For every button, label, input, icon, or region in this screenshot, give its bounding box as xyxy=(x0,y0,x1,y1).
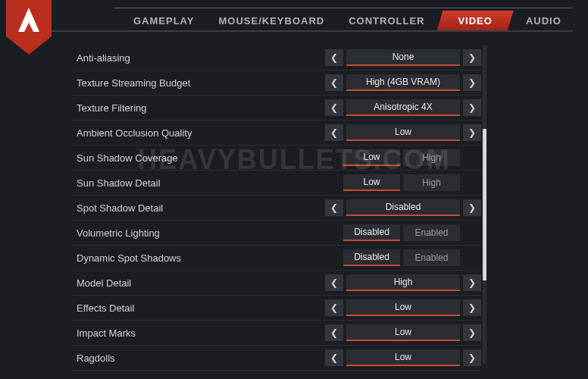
prev-arrow-icon[interactable]: ❮ xyxy=(325,199,343,216)
next-arrow-icon[interactable]: ❯ xyxy=(463,324,481,341)
prev-arrow-icon[interactable]: ❮ xyxy=(325,74,343,91)
row-sun-shadow-coverage: Sun Shadow Coverage Low High xyxy=(72,146,481,171)
label-effects-detail: Effects Detail xyxy=(77,302,325,314)
scrollbar-thumb[interactable] xyxy=(483,129,486,280)
next-arrow-icon[interactable]: ❯ xyxy=(463,49,481,66)
value-spot-shadow-detail[interactable]: Disabled xyxy=(346,199,460,216)
option-enabled[interactable]: Enabled xyxy=(403,224,460,241)
next-arrow-icon[interactable]: ❯ xyxy=(463,199,481,216)
row-anti-aliasing: Anti-aliasing ❮ None ❯ xyxy=(72,45,481,70)
option-high[interactable]: High xyxy=(403,149,460,166)
row-sun-shadow-detail: Sun Shadow Detail Low High xyxy=(72,171,481,196)
label-impact-marks: Impact Marks xyxy=(77,327,325,339)
game-logo xyxy=(6,0,52,55)
row-dynamic-spot-shadows: Dynamic Spot Shadows Disabled Enabled xyxy=(72,246,481,271)
next-arrow-icon[interactable]: ❯ xyxy=(463,74,481,91)
prev-arrow-icon[interactable]: ❮ xyxy=(325,299,343,316)
label-ambient-occlusion: Ambient Occlusion Quality xyxy=(77,127,325,139)
tab-controller[interactable]: CONTROLLER xyxy=(336,11,436,31)
row-texture-streaming: Texture Streaming Budget ❮ High (4GB VRA… xyxy=(72,70,481,96)
value-texture-filtering[interactable]: Anisotropic 4X xyxy=(346,99,460,116)
prev-arrow-icon[interactable]: ❮ xyxy=(325,324,343,341)
label-texture-streaming: Texture Streaming Budget xyxy=(77,77,325,89)
value-impact-marks[interactable]: Low xyxy=(346,324,460,341)
option-enabled[interactable]: Enabled xyxy=(403,249,460,266)
value-anti-aliasing[interactable]: None xyxy=(346,49,460,66)
top-nav: GAMEPLAY MOUSE/KEYBOARD CONTROLLER VIDEO… xyxy=(0,9,588,32)
option-low[interactable]: Low xyxy=(343,149,400,166)
prev-arrow-icon[interactable]: ❮ xyxy=(325,349,343,366)
row-volumetric-lighting: Volumetric Lighting Disabled Enabled xyxy=(72,221,481,246)
next-arrow-icon[interactable]: ❯ xyxy=(463,299,481,316)
value-effects-detail[interactable]: Low xyxy=(346,299,460,316)
option-high[interactable]: High xyxy=(403,174,460,191)
prev-arrow-icon[interactable]: ❮ xyxy=(325,49,343,66)
label-dynamic-spot-shadows: Dynamic Spot Shadows xyxy=(77,252,343,264)
tab-mouse-keyboard[interactable]: MOUSE/KEYBOARD xyxy=(206,11,336,31)
row-ambient-occlusion: Ambient Occlusion Quality ❮ Low ❯ xyxy=(72,121,481,146)
label-volumetric-lighting: Volumetric Lighting xyxy=(77,227,343,239)
next-arrow-icon[interactable]: ❯ xyxy=(463,99,481,116)
option-low[interactable]: Low xyxy=(343,174,400,191)
scrollbar[interactable] xyxy=(483,45,486,364)
option-disabled[interactable]: Disabled xyxy=(343,224,400,241)
row-spot-shadow-detail: Spot Shadow Detail ❮ Disabled ❯ xyxy=(72,196,481,221)
settings-list: Anti-aliasing ❮ None ❯ Texture Streaming… xyxy=(72,45,481,379)
tab-gameplay[interactable]: GAMEPLAY xyxy=(121,11,206,31)
row-model-detail: Model Detail ❮ High ❯ xyxy=(72,271,481,296)
label-sun-shadow-coverage: Sun Shadow Coverage xyxy=(77,152,343,164)
label-model-detail: Model Detail xyxy=(77,277,325,289)
row-impact-marks: Impact Marks ❮ Low ❯ xyxy=(72,321,481,346)
label-spot-shadow-detail: Spot Shadow Detail xyxy=(77,202,325,214)
prev-arrow-icon[interactable]: ❮ xyxy=(325,124,343,141)
row-texture-filtering: Texture Filtering ❮ Anisotropic 4X ❯ xyxy=(72,96,481,121)
label-anti-aliasing: Anti-aliasing xyxy=(77,52,325,64)
next-arrow-icon[interactable]: ❯ xyxy=(463,124,481,141)
label-sun-shadow-detail: Sun Shadow Detail xyxy=(77,177,343,189)
value-ambient-occlusion[interactable]: Low xyxy=(346,124,460,141)
label-texture-filtering: Texture Filtering xyxy=(77,102,325,114)
next-arrow-icon[interactable]: ❯ xyxy=(463,274,481,291)
row-ragdolls: Ragdolls ❮ Low ❯ xyxy=(72,346,481,371)
prev-arrow-icon[interactable]: ❮ xyxy=(325,274,343,291)
option-disabled[interactable]: Disabled xyxy=(343,249,400,266)
tab-video[interactable]: VIDEO xyxy=(436,11,513,31)
value-texture-streaming[interactable]: High (4GB VRAM) xyxy=(346,74,460,91)
tab-divider-bottom xyxy=(45,30,573,32)
tab-audio[interactable]: AUDIO xyxy=(514,11,574,31)
label-ragdolls: Ragdolls xyxy=(77,352,325,364)
value-ragdolls[interactable]: Low xyxy=(346,349,460,366)
tab-divider-top xyxy=(114,8,573,8)
row-effects-detail: Effects Detail ❮ Low ❯ xyxy=(72,296,481,321)
prev-arrow-icon[interactable]: ❮ xyxy=(325,99,343,116)
next-arrow-icon[interactable]: ❯ xyxy=(463,349,481,366)
value-model-detail[interactable]: High xyxy=(346,274,460,291)
